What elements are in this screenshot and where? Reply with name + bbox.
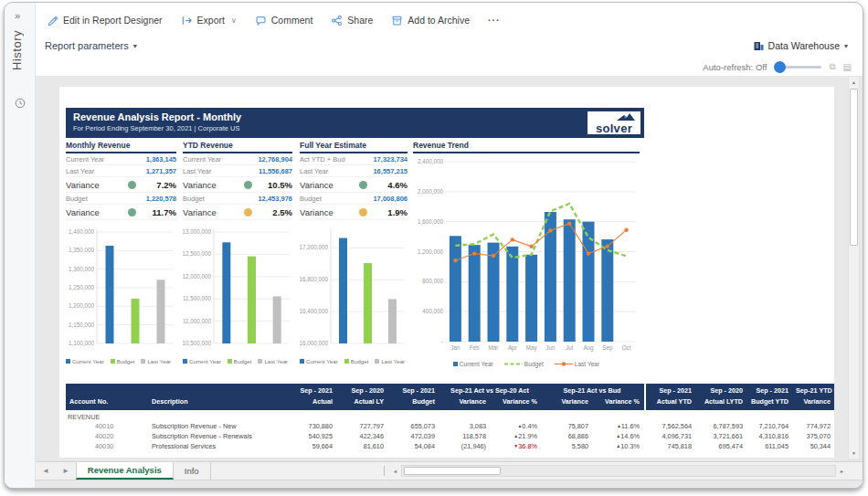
svg-text:11,500,000: 11,500,000 — [183, 295, 211, 301]
table-header: Sep - 2021Sep - 2020Sep - 2021Sep-21 YTD… — [646, 384, 834, 410]
scroll-up-icon[interactable]: ▲ — [849, 77, 859, 88]
tab-nav-left-icon[interactable]: ◄ — [36, 462, 56, 480]
horizontal-scrollbar-track[interactable] — [401, 465, 836, 477]
table-cell[interactable]: 745,818 — [646, 441, 695, 451]
table-row[interactable]: 7,562,5646,787,5937,210,764774,972 — [646, 421, 834, 431]
scrollbar-splitter[interactable] — [384, 466, 387, 476]
table-cell[interactable]: 6,787,593 — [695, 421, 746, 431]
horizontal-scrollbar-thumb[interactable] — [404, 467, 501, 475]
tab-nav-right-icon[interactable]: ► — [56, 462, 76, 480]
data-source-selector[interactable]: Data Warehouse ▾ — [754, 40, 848, 51]
table-cell[interactable]: 4,096,731 — [646, 431, 695, 441]
table-cell[interactable]: 40020 — [66, 431, 148, 441]
table-cell[interactable]: 472,039 — [387, 431, 439, 441]
revenue-trend-chart: -400,000800,0001,200,0001,600,0002,000,0… — [413, 153, 640, 360]
column-group-header — [66, 385, 148, 396]
scroll-down-icon[interactable]: ▼ — [849, 448, 859, 459]
edit-in-report-designer-button[interactable]: Edit in Report Designer — [47, 15, 163, 26]
table-cell[interactable]: 774,972 — [792, 421, 834, 431]
report-parameters-dropdown[interactable]: Report parameters ▾ — [45, 40, 137, 51]
vertical-scrollbar-thumb[interactable] — [850, 89, 858, 246]
table-cell[interactable]: ▼36.8% — [490, 441, 541, 451]
table-row[interactable]: 40010Subscription Revenue - New730,88072… — [66, 421, 644, 431]
variance-value: 10.5% — [252, 180, 292, 190]
archive-label: Add to Archive — [408, 15, 470, 26]
table-cell[interactable]: 118,578 — [439, 431, 490, 441]
table-cell[interactable]: Subscription Revenue - New — [148, 421, 285, 431]
legend-item: Budget — [344, 358, 369, 364]
table-cell[interactable]: 730,880 — [285, 421, 336, 431]
metric-label: Budget — [183, 195, 205, 203]
table-cell[interactable]: Professional Services — [148, 441, 285, 451]
svg-text:2,400,000: 2,400,000 — [418, 158, 444, 164]
column-header: Actual YTD — [646, 396, 695, 407]
table-cell[interactable]: 40010 — [66, 421, 148, 431]
table-cell[interactable]: 40030 — [66, 441, 148, 451]
table-cell[interactable]: 727,797 — [336, 421, 387, 431]
table-cell[interactable]: 4,310,816 — [746, 431, 792, 441]
legend-item: Current Year — [66, 358, 104, 364]
table-cell[interactable]: 54,084 — [387, 441, 439, 451]
kpi-card: Monthly RevenueCurrent Year1,363,145Last… — [66, 141, 176, 220]
svg-text:13,000,000: 13,000,000 — [183, 228, 211, 235]
table-cell[interactable]: (21,946) — [439, 441, 490, 451]
history-label[interactable]: History — [10, 30, 24, 70]
column-group-header: Sep - 2021 — [387, 385, 439, 396]
table-cell[interactable]: 655,073 — [387, 421, 439, 431]
table-cell[interactable]: 50,344 — [792, 441, 834, 451]
svg-text:16,800,000: 16,800,000 — [300, 276, 328, 282]
table-cell[interactable]: 611,045 — [746, 441, 792, 451]
revenue-table-right: Sep - 2021Sep - 2020Sep - 2021Sep-21 YTD… — [646, 384, 834, 451]
export-button[interactable]: Export ∨ — [181, 15, 237, 26]
table-cell[interactable]: 75,807 — [541, 421, 592, 431]
table-cell[interactable]: 3,721,661 — [695, 431, 746, 441]
tab-info[interactable]: Info — [174, 462, 211, 480]
table-cell[interactable]: ▲10.3% — [592, 441, 643, 451]
add-to-archive-button[interactable]: Add to Archive — [391, 15, 470, 26]
parameters-panel-icon[interactable]: ▤ — [843, 62, 852, 72]
table-cell[interactable]: 422,346 — [336, 431, 387, 441]
table-row[interactable]: 745,818695,474611,04550,344 — [646, 441, 834, 451]
auto-refresh-toggle[interactable] — [774, 66, 821, 69]
toggle-knob[interactable] — [774, 61, 786, 73]
table-cell[interactable]: 7,562,564 — [646, 421, 695, 431]
legend-item: Last Year — [141, 358, 171, 364]
table-cell[interactable]: 59,664 — [285, 441, 336, 451]
tab-revenue-analysis[interactable]: Revenue Analysis — [76, 462, 174, 480]
table-cell[interactable]: 375,070 — [792, 431, 834, 441]
table-cell[interactable]: 5,580 — [541, 441, 592, 451]
variance-value: 4.6% — [367, 180, 408, 190]
table-row[interactable]: 4,096,7313,721,6614,310,816375,070 — [646, 431, 834, 441]
table-row[interactable]: 40030Professional Services59,66481,61054… — [66, 441, 644, 451]
table-cell[interactable]: ▲0.4% — [490, 421, 541, 431]
scroll-left-icon[interactable]: ◄ — [389, 469, 401, 474]
scroll-right-icon[interactable]: ► — [836, 469, 848, 474]
expand-sidebar-icon[interactable]: » — [15, 10, 20, 21]
column-header: Account No. — [66, 396, 148, 407]
table-cell[interactable]: 695,474 — [695, 441, 746, 451]
table-cell[interactable]: 3,083 — [439, 421, 490, 431]
table-cell[interactable]: 7,210,764 — [746, 421, 792, 431]
table-row[interactable]: 40020Subscription Revenue - Renewals540,… — [66, 431, 644, 441]
more-options-button[interactable]: ··· — [488, 15, 501, 26]
parameters-bar: Report parameters ▾ Data Warehouse ▾ — [36, 34, 863, 58]
table-cell[interactable]: 68,886 — [541, 431, 592, 441]
table-cell[interactable]: 81,610 — [336, 441, 387, 451]
svg-text:Feb: Feb — [470, 344, 480, 351]
mini-chart-legend: Current YearBudgetLast Year — [66, 358, 176, 364]
table-cell[interactable]: ▲21.9% — [490, 431, 541, 441]
table-cell[interactable]: ▲11.6% — [592, 421, 643, 431]
ytd-revenue-mini-chart: 10,500,00011,000,00011,500,00012,000,000… — [183, 226, 292, 364]
column-header: Budget YTD — [746, 396, 792, 407]
table-cell[interactable]: 540,925 — [285, 431, 336, 441]
svg-text:1,300,000: 1,300,000 — [69, 266, 95, 272]
share-button[interactable]: Share — [331, 15, 373, 26]
table-cell[interactable]: Subscription Revenue - Renewals — [148, 431, 285, 441]
horizontal-scrollbar[interactable]: ◄ ► — [384, 465, 848, 477]
open-in-window-icon[interactable]: ⧉ — [829, 61, 835, 72]
vertical-scrollbar[interactable]: ▲ ▼ — [848, 76, 860, 459]
kpi-metric-row: Act YTD + Bud17,323,734 — [300, 153, 408, 165]
table-cell[interactable]: ▲14.6% — [592, 431, 643, 441]
kpi-metric-row: Current Year1,363,145 — [66, 153, 176, 165]
comment-button[interactable]: Comment — [255, 15, 313, 26]
